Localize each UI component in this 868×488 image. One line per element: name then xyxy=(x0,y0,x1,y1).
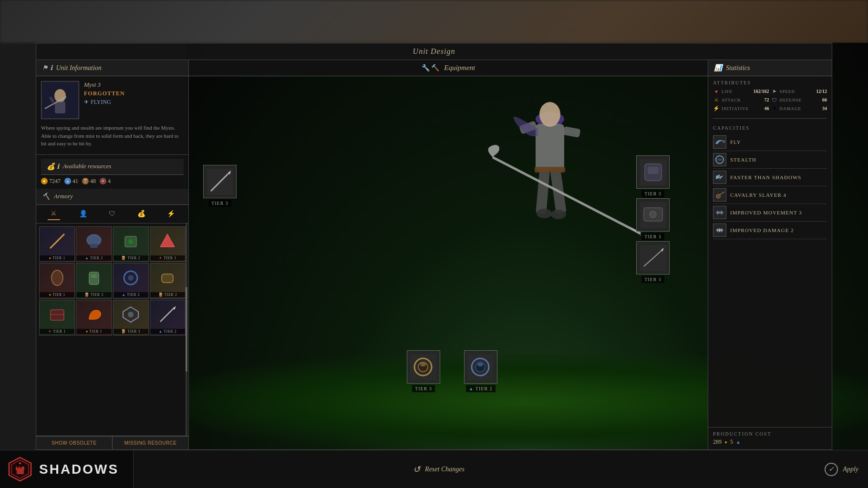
speed-value: 12/12 xyxy=(816,89,827,94)
armor-top-box[interactable] xyxy=(636,155,670,189)
improved-damage-name: IMPROVED DAMAGE 2 xyxy=(730,227,794,233)
apply-label: Apply xyxy=(843,466,858,473)
svg-point-22 xyxy=(52,270,63,285)
item-icon xyxy=(150,227,185,255)
armory-icon: 🔨 xyxy=(42,193,50,201)
unit-trait-label: FLYING xyxy=(91,99,111,106)
equipment-icon: 🔧 🔨 xyxy=(422,64,440,72)
tier-label: ● TIER 1 xyxy=(40,255,74,261)
speed-icon: ➤ xyxy=(771,88,778,94)
content-area: ⚑ ℹ Myst 3 Unit Information xyxy=(36,60,832,450)
initiative-stat: ⚡ INITIATIVE 46 xyxy=(713,105,769,112)
armor-bot-box[interactable] xyxy=(636,241,670,274)
ring-1-tier: TIER 3 xyxy=(412,385,435,392)
attributes-section: ATTRIBUTES ♥ LIFE 162/162 ➤ SPEED 12/12 xyxy=(708,76,832,115)
prod-water-icon: ▲ xyxy=(736,439,741,445)
armory-item[interactable]: ✦ TIER 1 xyxy=(39,300,75,336)
stats-icon: 📊 xyxy=(714,64,722,72)
svg-point-31 xyxy=(128,312,134,317)
cat-accessory[interactable]: 💰 xyxy=(135,208,148,220)
cat-weapon[interactable]: ⚔ xyxy=(48,208,60,220)
water-icon: ▲ xyxy=(64,178,71,184)
ring-2-tier: ▲ TIER 2 xyxy=(466,385,496,392)
item-icon xyxy=(40,300,74,329)
item-icon xyxy=(40,227,74,255)
tier-label: ✦ TIER 1 xyxy=(150,255,185,261)
svg-point-53 xyxy=(477,363,483,366)
special-icon: ✦ xyxy=(100,178,106,184)
reset-button[interactable]: ↺ Reset Changes xyxy=(114,464,763,475)
svg-point-20 xyxy=(128,239,133,244)
capacity-cavalry: CAVALRY SLAYER 4 xyxy=(713,186,827,204)
armory-item[interactable]: ▲ TIER 2 xyxy=(150,300,186,336)
improved-damage-icon xyxy=(713,224,726,237)
unit-trait: ✈ FLYING xyxy=(84,99,125,106)
armor-top-slot[interactable]: TIER 3 xyxy=(636,155,670,197)
apply-circle: ✓ xyxy=(825,463,838,476)
armor-mid-box[interactable] xyxy=(636,198,670,232)
armory-item[interactable]: 🪵 TIER 2 xyxy=(150,263,186,299)
svg-rect-28 xyxy=(51,310,64,320)
armor-mid-slot[interactable]: TIER 3 xyxy=(636,198,670,240)
attack-icon: ⚔ xyxy=(713,97,720,103)
armory-item[interactable]: ● TIER 1 xyxy=(39,226,75,262)
unit-info-section: Myst 3 FORGOTTEN ✈ FLYING Where spying a… xyxy=(36,76,188,154)
ring-2-box[interactable] xyxy=(464,350,497,384)
svg-point-26 xyxy=(128,275,134,281)
resources-row: ● 7247 ▲ 41 🪵 48 ✦ 4 xyxy=(41,178,184,185)
armory-item[interactable]: ● TIER 1 xyxy=(39,263,75,299)
svg-line-58 xyxy=(719,193,723,195)
ring-2-slot[interactable]: ▲ TIER 2 xyxy=(464,350,497,392)
unit-faction: FORGOTTEN xyxy=(84,90,125,97)
cat-armor[interactable]: 🛡 xyxy=(106,208,118,220)
svg-rect-23 xyxy=(89,272,99,285)
show-obsolete-button[interactable]: SHOW OBSOLETE xyxy=(36,436,113,449)
unit-portrait-row: Myst 3 FORGOTTEN ✈ FLYING xyxy=(41,81,184,119)
scrollbar-thumb[interactable] xyxy=(186,287,187,372)
prod-values: 289 ● 5 ▲ xyxy=(713,438,827,446)
scrollbar-track xyxy=(186,224,187,436)
right-panel: 📊 Statistics ATTRIBUTES ♥ LIFE 162/162 ➤ xyxy=(708,60,832,450)
unit-info-label: Unit Information xyxy=(56,64,102,72)
bottom-bar: SHADOWS ✕ Close ↺ Reset Changes ✓ Apply xyxy=(0,450,868,488)
armor-mid-tier: TIER 3 xyxy=(641,233,664,240)
cat-body[interactable]: 👤 xyxy=(77,208,89,220)
defense-label: DEFENSE xyxy=(780,98,802,102)
weapon-slot-box[interactable] xyxy=(203,165,237,198)
equipment-header: 🔧 🔨 Equipment xyxy=(189,60,708,76)
equipment-title: Equipment xyxy=(444,64,475,72)
attack-stat: ⚔ ATTACK 72 xyxy=(713,97,769,103)
weapon-slot[interactable]: TIER 3 xyxy=(203,165,237,207)
armory-item[interactable]: ▲ TIER 2 xyxy=(76,226,112,262)
special-value: 4 xyxy=(108,178,111,185)
ring-1-slot[interactable]: TIER 3 xyxy=(407,350,440,392)
movement-name: IMPROVED MOVEMENT 3 xyxy=(730,210,802,215)
armory-item[interactable]: ✦ TIER 1 xyxy=(150,226,186,262)
speed-stat: ➤ SPEED 12/12 xyxy=(771,88,827,94)
ring-1-box[interactable] xyxy=(407,350,440,384)
tier-label: ▲ TIER 2 xyxy=(114,292,148,297)
life-label: LIFE xyxy=(722,89,733,94)
apply-button[interactable]: ✓ Apply xyxy=(763,463,868,476)
item-icon xyxy=(76,300,111,329)
movement-icon xyxy=(713,206,726,219)
armory-item[interactable]: ● TIER 1 xyxy=(76,300,112,336)
tier-label: ● TIER 1 xyxy=(40,292,74,297)
svg-rect-39 xyxy=(648,167,659,174)
cavalry-name: CAVALRY SLAYER 4 xyxy=(730,192,786,198)
cat-special[interactable]: ⚡ xyxy=(165,208,177,220)
missing-resource-button[interactable]: MISSING RESOURCE xyxy=(113,436,188,449)
stats-title: Statistics xyxy=(726,64,750,72)
capacities-label: CAPACITIES xyxy=(713,125,827,131)
gold-value: 7247 xyxy=(49,178,61,185)
armory-item[interactable]: ▲ TIER 2 xyxy=(113,263,149,299)
tier-label: ▲ TIER 2 xyxy=(76,255,111,261)
armory-item[interactable]: 🪵 TIER 3 xyxy=(113,300,149,336)
armor-bot-slot[interactable]: TIER 3 xyxy=(636,241,670,283)
armory-item[interactable]: 🪵 TIER 3 xyxy=(76,263,112,299)
left-panel: ⚑ ℹ Myst 3 Unit Information xyxy=(36,60,188,450)
stats-header: 📊 Statistics xyxy=(708,60,832,76)
armory-buttons: SHOW OBSOLETE MISSING RESOURCE xyxy=(36,436,188,449)
capacity-faster: FASTER THAN SHADOWS xyxy=(713,169,827,186)
armory-item[interactable]: 🪵 TIER 2 xyxy=(113,226,149,262)
